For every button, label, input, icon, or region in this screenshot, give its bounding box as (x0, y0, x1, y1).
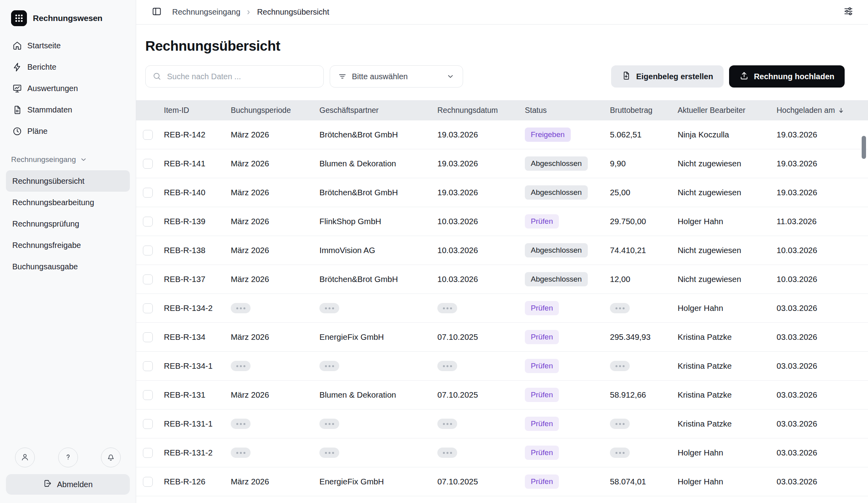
bell-icon (106, 452, 116, 463)
cell-geschaeftspartner: ImmoVision AG (319, 246, 437, 255)
upload-invoice-button[interactable]: Rechnung hochladen (729, 65, 845, 88)
table-row[interactable]: REB-R-131-1 Prüfen Kristina Patzke 03.03… (136, 410, 868, 438)
table-row[interactable]: REB-R-126 März 2026 EnergieFix GmbH 07.1… (136, 467, 868, 496)
subnav-item-label: Buchungsausgabe (12, 262, 78, 271)
table-row[interactable]: REB-R-140 März 2026 Brötchen&Brot GmbH 1… (136, 178, 868, 207)
page-title: Rechnungsübersicht (145, 38, 845, 54)
sidebar-item-auswertungen[interactable]: Auswertungen (6, 78, 130, 99)
cell-bruttobetrag: 12,00 (610, 274, 678, 284)
cell-hochgeladen-am: 19.03.2026 (777, 188, 868, 197)
cell-geschaeftspartner: Brötchen&Brot GmbH (319, 274, 437, 284)
column-header-rechnungsdatum[interactable]: Rechnungsdatum (437, 106, 525, 115)
account-button[interactable] (15, 448, 35, 467)
table-row[interactable]: REB-R-141 März 2026 Blumen & Dekoration … (136, 149, 868, 178)
breadcrumb-item-rechnungseingang[interactable]: Rechnungseingang (172, 8, 240, 17)
column-header-aktueller-bearbeiter[interactable]: Aktueller Bearbeiter (678, 106, 777, 115)
row-checkbox[interactable] (143, 188, 153, 198)
sidebar-item-stammdaten[interactable]: Stammdaten (6, 99, 130, 120)
table-row[interactable]: REB-R-134 März 2026 EnergieFix GmbH 07.1… (136, 323, 868, 352)
cell-geschaeftspartner (319, 361, 437, 372)
row-checkbox[interactable] (143, 274, 153, 284)
sidebar-item-buchungsausgabe[interactable]: Buchungsausgabe (6, 256, 130, 277)
notifications-button[interactable] (101, 448, 121, 467)
cell-geschaeftspartner: FlinkShop GmbH (319, 217, 437, 226)
person-icon (20, 452, 30, 463)
cell-status: Prüfen (525, 301, 610, 315)
cell-bruttobetrag (610, 419, 678, 429)
column-header-buchungsperiode[interactable]: Buchungsperiode (231, 106, 319, 115)
sidebar-nav: Startseite Berichte Auswertungen Stammda… (6, 35, 130, 142)
row-checkbox[interactable] (143, 448, 153, 458)
cell-bruttobetrag (610, 361, 678, 372)
table-row[interactable]: REB-R-131-2 Prüfen Holger Hahn 03.03.202… (136, 438, 868, 467)
filter-select[interactable]: Bitte auswählen (330, 65, 463, 88)
sidebar-item-rechnungspruefung[interactable]: Rechnungsprüfung (6, 213, 130, 234)
loading-placeholder (319, 303, 339, 313)
table-row[interactable]: REB-R-134-1 Prüfen Kristina Patzke 03.03… (136, 352, 868, 381)
cell-rechnungsdatum: 10.03.2026 (437, 274, 525, 284)
cell-status: Abgeschlossen (525, 272, 610, 286)
table-row[interactable]: REB-R-142 März 2026 Brötchen&Brot GmbH 1… (136, 120, 868, 149)
sidebar-toggle-button[interactable] (152, 6, 162, 18)
column-header-status[interactable]: Status (525, 106, 610, 115)
row-checkbox[interactable] (143, 361, 153, 371)
cell-rechnungsdatum (437, 448, 525, 458)
table-row[interactable]: REB-R-139 März 2026 FlinkShop GmbH 10.03… (136, 207, 868, 236)
cell-rechnungsdatum (437, 361, 525, 372)
cell-geschaeftspartner (319, 448, 437, 458)
column-label: Hochgeladen am (777, 106, 835, 115)
sidebar-item-rechnungsbearbeitung[interactable]: Rechnungsbearbeitung (6, 192, 130, 213)
view-settings-button[interactable] (843, 6, 854, 18)
search-input[interactable] (145, 65, 324, 88)
scrollbar-thumb[interactable] (862, 136, 866, 159)
cell-rechnungsdatum: 07.10.2025 (437, 390, 525, 400)
loading-placeholder (610, 448, 630, 458)
chart-icon (12, 84, 22, 93)
cell-aktueller-bearbeiter: Holger Hahn (678, 303, 777, 313)
cell-status: Prüfen (525, 359, 610, 373)
row-checkbox[interactable] (143, 477, 153, 487)
cell-aktueller-bearbeiter: Kristina Patzke (678, 419, 777, 429)
clock-icon (12, 126, 22, 136)
cell-status: Freigeben (525, 128, 610, 142)
row-checkbox[interactable] (143, 159, 153, 169)
sidebar-item-rechnungsuebersicht[interactable]: Rechnungsübersicht (6, 170, 130, 192)
table-scrollbar[interactable] (862, 120, 866, 496)
row-checkbox[interactable] (143, 246, 153, 255)
table-body: REB-R-142 März 2026 Brötchen&Brot GmbH 1… (136, 120, 868, 496)
cell-buchungsperiode: März 2026 (231, 246, 319, 255)
column-label: Buchungsperiode (231, 106, 291, 115)
create-receipt-button[interactable]: Eigenbeleg erstellen (611, 65, 724, 88)
subnav-item-label: Rechnungsfreigabe (12, 241, 81, 250)
cell-buchungsperiode: März 2026 (231, 332, 319, 342)
column-header-hochgeladen-am[interactable]: Hochgeladen am (777, 106, 868, 115)
cell-rechnungsdatum: 19.03.2026 (437, 159, 525, 168)
chevron-right-icon (245, 9, 252, 16)
table-row[interactable]: REB-R-138 März 2026 ImmoVision AG 10.03.… (136, 236, 868, 265)
help-button[interactable] (58, 448, 78, 467)
row-checkbox[interactable] (143, 332, 153, 342)
sidebar-section-rechnungseingang[interactable]: Rechnungseingang (6, 149, 130, 170)
bolt-icon (12, 62, 22, 72)
table-row[interactable]: REB-R-134-2 Prüfen Holger Hahn 03.03.202… (136, 294, 868, 323)
sidebar-item-berichte[interactable]: Berichte (6, 56, 130, 78)
logout-button[interactable]: Abmelden (6, 474, 130, 495)
row-checkbox[interactable] (143, 217, 153, 227)
table-row[interactable]: REB-R-137 März 2026 Brötchen&Brot GmbH 1… (136, 265, 868, 294)
cell-geschaeftspartner (319, 419, 437, 429)
sidebar-item-startseite[interactable]: Startseite (6, 35, 130, 56)
status-badge: Prüfen (525, 446, 559, 460)
cell-geschaeftspartner: Brötchen&Brot GmbH (319, 130, 437, 139)
row-checkbox[interactable] (143, 390, 153, 400)
checkbox-cell (136, 274, 164, 284)
row-checkbox[interactable] (143, 303, 153, 313)
row-checkbox[interactable] (143, 130, 153, 140)
cell-aktueller-bearbeiter: Kristina Patzke (678, 361, 777, 371)
table-row[interactable]: REB-R-131 März 2026 Blumen & Dekoration … (136, 381, 868, 410)
column-header-bruttobetrag[interactable]: Bruttobetrag (610, 106, 678, 115)
column-header-geschaeftspartner[interactable]: Geschäftspartner (319, 106, 437, 115)
column-header-item-id[interactable]: Item-ID (164, 106, 231, 115)
sidebar-item-plaene[interactable]: Pläne (6, 120, 130, 142)
row-checkbox[interactable] (143, 419, 153, 429)
sidebar-item-rechnungsfreigabe[interactable]: Rechnungsfreigabe (6, 234, 130, 256)
